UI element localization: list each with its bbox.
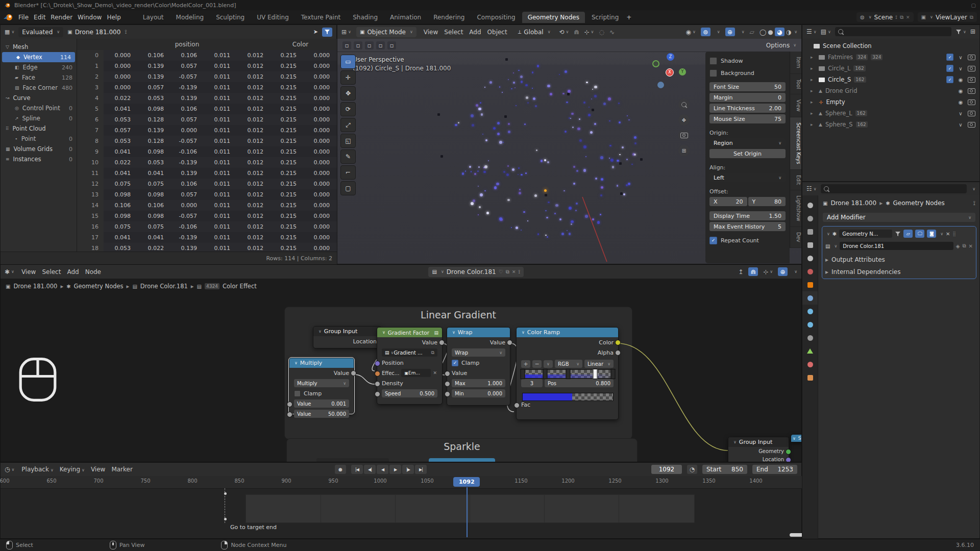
gradient-group-selector[interactable]: ▤∨Gradient ...⧉ [382,348,437,357]
n-panel-tab-dev[interactable]: Dev [790,227,802,248]
frame-sparkle[interactable]: Sparkle [286,438,638,462]
partial-node-header[interactable] [429,458,495,462]
socket-geometry-out[interactable] [786,449,791,455]
timeline-ruler[interactable]: 6006507007508008509009501000105011501200… [1,476,802,489]
close-icon[interactable]: ✕ [512,269,516,274]
n-panel-tab-tool[interactable]: Tool [790,74,802,94]
tab-output[interactable] [802,225,818,238]
jump-end-button[interactable]: ▶| [415,465,427,474]
outliner-item-sphere_l[interactable]: ▸▲Sphere_L162∨ [803,108,978,119]
eye-open-icon[interactable]: ◉ [957,88,965,94]
menu-file[interactable]: File [16,13,31,22]
ramp-stop-handle[interactable] [593,369,598,379]
ramp-stop-handle[interactable] [543,369,548,379]
sidebar-item-edge[interactable]: ◧Edge240 [1,62,77,72]
outliner-root-collection[interactable]: Scene Collection [803,40,978,52]
multiply-op-dropdown[interactable]: Multiply∨ [294,379,349,387]
timeline-track-area[interactable]: Go to target end [1,488,802,538]
selectable-checkbox[interactable]: ✓ [946,76,953,83]
tab-object-data[interactable] [802,344,818,358]
workspace-tab-texture-paint[interactable]: Texture Paint [296,12,346,23]
filter-icon[interactable]: ∨ [955,29,966,35]
current-frame-field[interactable]: 1092 [651,465,682,474]
filter-icon[interactable] [895,231,901,237]
node-menu-add[interactable]: Add [65,267,81,277]
timeline-menu-playback[interactable]: Playback∨ [19,465,55,474]
section-output-attributes[interactable]: ▸Output Attributes [825,256,973,263]
expand-icon[interactable]: ▸ [811,88,816,93]
socket-value-out[interactable] [507,340,512,345]
effector-object-field[interactable]: ▣Em... [401,369,431,377]
tab-constraints[interactable] [802,331,818,344]
tab-tool[interactable] [802,198,818,212]
node-tree-selector[interactable]: ▤∨ Drone Color.181 ♡ ⧉ ✕ ⟟ [428,267,524,277]
preview-range-icon[interactable]: ◔ [687,465,697,474]
gizmo-x-axis[interactable]: X [666,68,674,77]
column-group-position[interactable]: position [137,41,237,48]
table-row[interactable]: 40.0220.0530.1390.0110.0120.2150.000 [77,93,337,104]
socket-effector-in[interactable] [375,371,380,377]
n-panel-tab-screencast-keys[interactable]: Screencast Keys [790,117,802,170]
outliner-search-input[interactable] [835,27,951,36]
sidebar-item-point-cloud[interactable]: ⠿Point Cloud [1,123,77,134]
gizmo-z-neg-axis[interactable] [657,82,664,88]
socket-value2-in[interactable] [287,412,292,417]
snap-mode-icon[interactable]: ⊹∨ [763,268,773,276]
selectable-checkbox[interactable]: ✓ [946,54,953,61]
speed-field[interactable]: Speed0.500 [382,389,437,397]
workspace-tab-layout[interactable]: Layout [137,12,169,23]
socket-alpha-out[interactable] [615,350,621,356]
breadcrumb-item[interactable]: Geometry Nodes [74,283,124,290]
table-row[interactable]: 110.0410.0410.1390.0110.0120.2150.000 [77,168,337,179]
outliner-item-drone-grid[interactable]: ▸▲Drone Grid◉ [803,85,978,96]
socket-density-in[interactable] [375,381,380,387]
add-stop-button[interactable]: + [521,360,530,368]
table-row[interactable]: 120.0750.0750.1060.0110.0120.2150.000 [77,179,337,189]
copy-icon[interactable]: ⧉ [900,14,903,20]
table-row[interactable]: 150.0980.098-0.0570.0110.0120.2150.000 [77,211,337,221]
scene-selector[interactable]: ◍∨ Scene ⟟ ⧉ ✕ [856,12,914,22]
drag-handle-icon[interactable]: ⣿ [953,231,957,236]
eye-open-icon[interactable]: ◉ [957,99,965,105]
section-internal-dependencies[interactable]: ▸Internal Dependencies [825,268,973,276]
prev-keyframe-button[interactable]: ◀| [364,465,376,474]
close-icon[interactable]: ✕ [433,370,437,375]
keyframe-band[interactable] [246,494,695,523]
socket-min-in[interactable] [445,391,450,397]
snap-node-icon[interactable]: ⋒ [748,267,758,276]
selectable-checkbox[interactable]: ✓ [946,65,953,72]
tab-modifiers[interactable] [802,291,818,305]
viewlayer-selector[interactable]: ▣∨ ViewLayer ⧉ [918,12,977,22]
tab-render[interactable] [802,212,818,225]
workspace-tab-compositing[interactable]: Compositing [471,12,521,23]
add-modifier-dropdown[interactable]: Add Modifier∨ [823,213,975,222]
workspace-tab-shading[interactable]: Shading [347,12,383,23]
menu-window[interactable]: Window [76,13,104,22]
partial-node-header[interactable] [316,458,389,462]
tab-world[interactable] [802,265,818,278]
eye-closed-icon[interactable]: ∨ [957,66,965,71]
zoom-icon[interactable] [678,99,690,110]
table-row[interactable]: 20.0000.139-0.0570.0110.0120.2150.000 [77,71,337,82]
window-maximize-icon[interactable]: ▢ [971,3,976,8]
tab-particles[interactable] [802,305,818,318]
workspace-tab-geometry-nodes[interactable]: Geometry Nodes [522,12,585,23]
collapse-icon[interactable]: ∨ [827,232,830,236]
sidebar-item-instances[interactable]: ≡Instances0 [1,154,77,164]
expand-icon[interactable]: ▸ [811,111,816,116]
marker-line[interactable] [225,488,225,523]
outliner-item-circle_l[interactable]: ▸Circle_L162✓∨ [803,63,978,74]
table-row[interactable]: 160.0750.075-0.1060.0110.0120.2150.000 [77,221,337,232]
origin-dropdown[interactable]: Region∨ [709,138,786,147]
tab-object[interactable] [802,278,818,291]
shadow-checkbox[interactable] [709,57,717,65]
blender-menu-icon[interactable] [3,13,13,21]
nav-modifier[interactable]: Geometry Nodes [893,199,945,207]
sidebar-item-control-point[interactable]: ◎Control Point0 [1,103,77,113]
filter-toggle[interactable] [322,28,332,37]
editor-type-icon[interactable]: ☷∨ [806,185,817,192]
n-panel-tab-lightshow[interactable]: Lightshow [790,190,802,227]
socket-value-out[interactable] [439,340,445,345]
outliner-item-sphere_s[interactable]: ▸▲Sphere_S162∨ [803,119,978,130]
table-row[interactable]: 10.0000.1390.0570.0110.0120.2150.000 [77,61,337,71]
